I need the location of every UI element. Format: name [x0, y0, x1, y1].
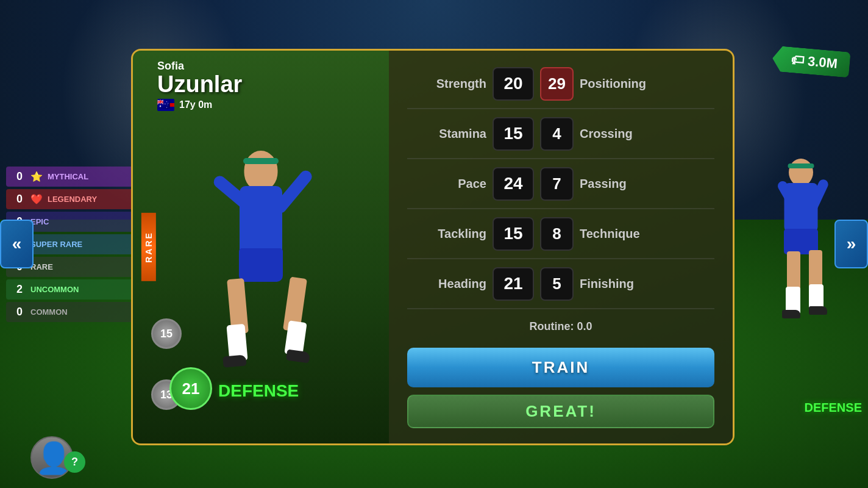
stat-name-positioning: Positioning: [580, 77, 714, 91]
rarity-mythical[interactable]: 0 ⭐ MYTHICAL: [6, 167, 140, 187]
routine-row: Routine: 0.0: [407, 313, 714, 340]
rarity-banner: RARE: [141, 213, 156, 281]
position-label: DEFENSE: [218, 381, 299, 401]
stat-value-positioning: 29: [540, 67, 574, 101]
shoe-left: [222, 354, 246, 367]
stat-value-pace: 24: [493, 167, 534, 201]
player-section: Sofia Uzunlar 17y 0m: [133, 51, 389, 443]
right-player-figure: [764, 159, 838, 329]
stat-value-heading: 21: [493, 267, 534, 301]
stat-name-finishing: Finishing: [580, 277, 714, 291]
legendary-icon: ❤️: [30, 193, 43, 205]
mf-headband: [788, 163, 814, 168]
stat-name-technique: Technique: [580, 227, 714, 241]
shoe-right: [286, 349, 310, 363]
stat-row-pace: Pace 24 7 Passing: [407, 163, 714, 204]
headband: [243, 158, 279, 164]
arrow-right-button[interactable]: »: [834, 220, 868, 268]
divider-4: [407, 258, 714, 259]
rarity-mythical-count: 0: [13, 170, 26, 183]
rarity-legendary-count: 0: [13, 193, 26, 206]
player-info: Sofia Uzunlar 17y 0m: [157, 60, 242, 111]
mf-shoe-right: [809, 306, 827, 315]
rarity-common-count: 0: [13, 306, 26, 318]
stat-value-crossing: 4: [540, 117, 574, 151]
player-card-panel: RARE Sofia Uzunlar 17y 0m: [131, 49, 735, 445]
arrow-left-button[interactable]: «: [0, 220, 34, 268]
score-badge-top: 15: [151, 318, 182, 349]
player-head: [244, 151, 278, 190]
player-last-name: Uzunlar: [157, 73, 242, 96]
rarity-legendary[interactable]: 0 ❤️ LEGENDARY: [6, 189, 140, 209]
stat-value-finishing: 5: [540, 267, 574, 301]
stat-value-stamina: 15: [493, 117, 534, 151]
routine-text: Routine: 0.0: [529, 320, 592, 333]
rarity-rare-label: RARE: [30, 262, 53, 271]
rarity-legendary-label: LEGENDARY: [48, 195, 97, 204]
stat-name-heading: Heading: [407, 277, 486, 291]
stat-value-passing: 7: [540, 167, 574, 201]
player-first-name: Sofia: [157, 60, 242, 73]
player-age: 17y 0m: [179, 99, 212, 110]
mf-shoe-left: [782, 310, 800, 318]
player-flag: [157, 99, 174, 111]
mf-leg-right: [809, 250, 822, 288]
stat-name-stamina: Stamina: [407, 127, 486, 141]
rarity-uncommon[interactable]: 2 UNCOMMON: [6, 279, 140, 300]
divider-5: [407, 308, 714, 309]
train-button[interactable]: TRAIN: [407, 348, 714, 387]
rarity-common-label: COMMON: [30, 307, 68, 317]
mf-head: [789, 159, 813, 186]
mf-body: [784, 183, 818, 232]
divider-1: [407, 108, 714, 109]
rarity-mythical-label: MYTHICAL: [48, 172, 88, 181]
stat-value-technique: 8: [540, 217, 574, 251]
divider-2: [407, 158, 714, 159]
stat-value-tackling: 15: [493, 217, 534, 251]
rarity-uncommon-label: UNCOMMON: [30, 285, 79, 294]
right-position-label: DEFENSE: [805, 401, 862, 415]
player-body: [240, 186, 282, 253]
overall-score-badge: 21: [169, 367, 212, 410]
mf-leg-left: [787, 251, 800, 291]
stat-name-passing: Passing: [580, 177, 714, 191]
stat-name-tackling: Tackling: [407, 227, 486, 241]
rarity-uncommon-count: 2: [13, 283, 26, 296]
help-button[interactable]: ?: [64, 451, 85, 473]
stat-value-strength: 20: [493, 67, 534, 101]
stat-name-pace: Pace: [407, 177, 486, 191]
stat-name-strength: Strength: [407, 77, 486, 91]
player-figure: [200, 151, 322, 407]
stats-section: Strength 20 29 Positioning Stamina 15 4 …: [389, 51, 733, 443]
rarity-common[interactable]: 0 COMMON: [6, 302, 140, 322]
stat-row-heading: Heading 21 5 Finishing: [407, 263, 714, 304]
player-meta: 17y 0m: [157, 99, 242, 111]
great-button[interactable]: GREAT!: [407, 395, 714, 428]
stat-row-stamina: Stamina 15 4 Crossing: [407, 113, 714, 154]
stat-row-tackling: Tackling 15 8 Technique: [407, 213, 714, 254]
player-image-area: [163, 114, 358, 407]
stat-row-strength: Strength 20 29 Positioning: [407, 63, 714, 104]
mythical-icon: ⭐: [30, 171, 43, 182]
stat-name-crossing: Crossing: [580, 127, 714, 141]
player-shorts: [239, 248, 283, 282]
divider-3: [407, 208, 714, 209]
rarity-superrare-label: SUPER RARE: [30, 240, 82, 249]
